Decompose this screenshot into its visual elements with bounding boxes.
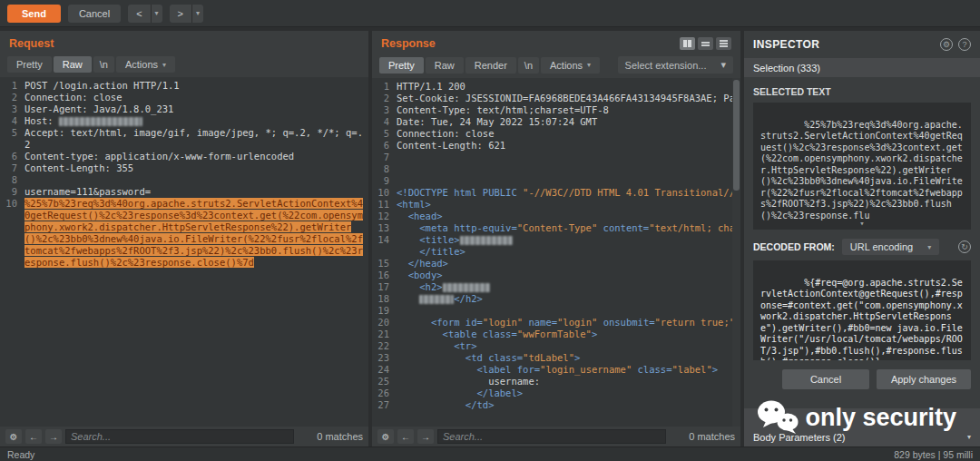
redacted-blur	[443, 283, 490, 292]
code-line: 5Accept: text/html, image/gif, image/jpe…	[0, 127, 368, 151]
response-actions-dropdown[interactable]: Actions▾	[541, 57, 600, 74]
code-line: 18 </h2>	[372, 293, 740, 305]
code-line: 3User-Agent: Java/1.8.0_231	[0, 103, 368, 115]
scrollbar-thumb[interactable]	[733, 80, 740, 191]
send-button[interactable]: Send	[7, 5, 61, 23]
code-line: 2Set-Cookie: JSESSIONID=FA6968BEDE43A466…	[372, 93, 740, 104]
decoded-text-box[interactable]: %{#req=@org.apache.struts2.ServletAction…	[753, 260, 971, 360]
cancel-button[interactable]: Cancel	[68, 5, 121, 23]
tab-response-raw[interactable]: Raw	[426, 57, 464, 74]
question-icon[interactable]: ?	[958, 38, 971, 51]
line-number: 9	[372, 175, 397, 187]
history-back-button[interactable]: <	[128, 5, 150, 23]
tab-label: Actions	[125, 59, 158, 70]
search-next-button[interactable]: →	[417, 429, 434, 444]
code-line: 27 </td>	[372, 399, 740, 411]
line-number: 8	[0, 174, 24, 186]
code-line: 8	[0, 174, 368, 186]
tab-label: Pretty	[388, 60, 415, 71]
decoded-from-label: DECODED FROM:	[753, 241, 835, 252]
tab-response-newline-toggle[interactable]: \n	[518, 57, 539, 74]
line-number: 4	[0, 115, 24, 127]
code-line: 8	[372, 163, 740, 175]
line-number: 3	[372, 104, 397, 116]
arrow-left-icon: ←	[401, 432, 410, 442]
inspector-section-selection[interactable]: Selection (333)	[744, 58, 980, 77]
chevron-down-icon: ▾	[196, 9, 200, 17]
search-settings-button[interactable]: ⚙	[377, 429, 394, 444]
inspector-cancel-button[interactable]: Cancel	[782, 369, 869, 389]
layout-rows-icon[interactable]	[698, 37, 713, 50]
layout-columns-icon[interactable]	[680, 37, 695, 50]
code-line: </title>	[372, 246, 740, 258]
tab-label: \n	[524, 60, 533, 71]
code-line: 14 <title>	[372, 234, 740, 246]
selected-text-box[interactable]: %25%7b%23req%3d%40org.apache.struts2.Ser…	[753, 103, 971, 230]
inspector-section-body-parameters[interactable]: Body Parameters (2) ▾	[744, 427, 980, 446]
history-forward-button[interactable]: >	[170, 5, 191, 23]
code-line: 22 <tr>	[372, 340, 740, 352]
tab-response-pretty[interactable]: Pretty	[379, 57, 424, 74]
tab-label: Actions	[550, 60, 583, 71]
code-line: 10<!DOCTYPE html PUBLIC "-//W3C//DTD HTM…	[372, 187, 740, 199]
top-toolbar: Send Cancel < ▾ > ▾	[0, 0, 980, 27]
history-forward-dropdown[interactable]: ▾	[191, 5, 203, 23]
code-line: 6Content-type: application/x-www-form-ur…	[0, 151, 368, 162]
gear-icon[interactable]: ⚙	[940, 38, 953, 51]
request-search-input[interactable]	[65, 429, 294, 444]
chevron-down-icon: ▾	[720, 59, 726, 71]
request-editor[interactable]: 1POST /login.action HTTP/1.12Connection:…	[0, 77, 368, 427]
code-line: 11<html>	[372, 199, 740, 211]
redacted-blur	[59, 117, 142, 126]
search-prev-button[interactable]: ←	[25, 429, 42, 444]
line-number: 23	[372, 352, 397, 364]
search-settings-button[interactable]: ⚙	[5, 429, 22, 444]
dropdown-label: Select extension...	[625, 60, 707, 71]
response-search-bar: ⚙ ← → 0 matches	[372, 427, 740, 446]
response-editor[interactable]: 1HTTP/1.1 2002Set-Cookie: JSESSIONID=FA6…	[372, 78, 740, 427]
line-number: 5	[0, 127, 24, 139]
line-number: 6	[372, 140, 397, 152]
response-scrollbar[interactable]	[732, 78, 740, 427]
code-line: 15 </head>	[372, 258, 740, 270]
code-line: 5Connection: close	[372, 128, 740, 140]
request-tab-bar: Pretty Raw \n Actions▾	[0, 54, 368, 77]
gear-icon: ⚙	[10, 432, 18, 442]
tab-label: Raw	[435, 60, 455, 71]
request-actions-dropdown[interactable]: Actions▾	[116, 56, 175, 73]
response-search-input[interactable]	[437, 429, 666, 444]
history-back-dropdown[interactable]: ▾	[151, 5, 162, 23]
inspector-section-collapsed[interactable]	[744, 408, 980, 427]
history-back-split-button: < ▾	[128, 5, 162, 23]
encoding-dropdown[interactable]: URL encoding ▾	[842, 239, 939, 255]
search-prev-button[interactable]: ←	[397, 429, 414, 444]
search-next-button[interactable]: →	[45, 429, 62, 444]
layout-tabs-icon[interactable]	[716, 37, 731, 50]
select-extension-dropdown[interactable]: Select extension...▾	[618, 56, 733, 74]
tab-label: \n	[100, 59, 108, 70]
inspector-content: SELECTED TEXT %25%7b%23req%3d%40org.apac…	[744, 77, 980, 389]
section-label: Body Parameters (2)	[753, 432, 845, 443]
chevron-down-icon[interactable]: ▾	[859, 218, 864, 230]
line-number: 2	[372, 93, 397, 104]
tab-request-newline-toggle[interactable]: \n	[93, 56, 114, 73]
tab-request-pretty[interactable]: Pretty	[7, 56, 52, 73]
refresh-icon[interactable]: ↻	[958, 240, 971, 253]
line-number: 9	[0, 186, 24, 198]
code-line: 19	[372, 305, 740, 317]
code-line: 13 <meta http-equiv="Content-Type" conte…	[372, 222, 740, 234]
line-number: 21	[372, 329, 397, 340]
code-line: 9	[372, 175, 740, 187]
tab-response-render[interactable]: Render	[466, 57, 516, 74]
response-tab-bar: Pretty Raw Render \n Actions▾ Select ext…	[372, 54, 740, 78]
line-number: 7	[372, 152, 397, 163]
line-number: 10	[372, 187, 397, 199]
code-line: 7Content-Length: 355	[0, 162, 368, 174]
inspector-header-icons: ⚙ ?	[940, 38, 971, 51]
apply-changes-button[interactable]: Apply changes	[877, 369, 971, 389]
code-line: 12 <head>	[372, 211, 740, 222]
response-search-matches: 0 matches	[689, 431, 735, 442]
tab-request-raw[interactable]: Raw	[54, 56, 92, 73]
tab-label: Render	[475, 60, 507, 71]
tab-label: Pretty	[16, 59, 43, 70]
